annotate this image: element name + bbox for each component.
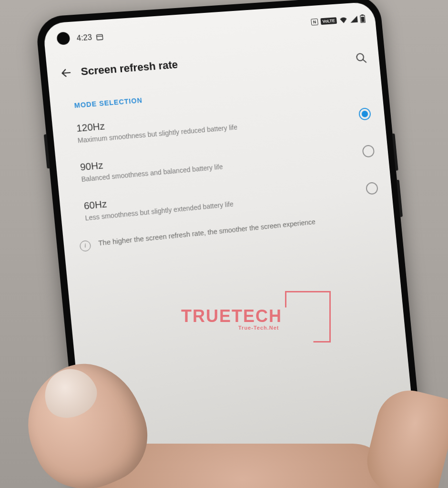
- svg-rect-4: [361, 17, 365, 22]
- status-time: 4:23: [76, 33, 92, 42]
- wifi-icon: [339, 16, 347, 23]
- page-title: Screen refresh rate: [80, 58, 178, 78]
- search-button[interactable]: [355, 52, 367, 64]
- settings-content: MODE SELECTION 120Hz Maximum smoothness …: [50, 78, 394, 253]
- info-icon: i: [80, 240, 92, 252]
- signal-icon: [350, 16, 357, 23]
- svg-line-7: [363, 59, 366, 62]
- info-text: The higher the screen refresh rate, the …: [98, 217, 316, 250]
- back-button[interactable]: [60, 67, 72, 79]
- refresh-rate-option-90hz[interactable]: 90Hz Balanced smoothness and balanced ba…: [80, 136, 375, 184]
- radio-selected-icon[interactable]: [358, 107, 371, 120]
- refresh-rate-option-120hz[interactable]: 120Hz Maximum smoothness but slightly re…: [76, 99, 371, 145]
- svg-line-1: [97, 36, 102, 37]
- radio-unselected-icon[interactable]: [362, 145, 375, 158]
- phone-screen: 4:23 N VoLTE: [42, 1, 420, 488]
- radio-unselected-icon[interactable]: [366, 182, 378, 195]
- svg-rect-0: [97, 34, 103, 40]
- phone-device: 4:23 N VoLTE: [35, 0, 427, 488]
- nfc-icon: N: [311, 19, 318, 26]
- battery-icon: [360, 14, 366, 23]
- volte-icon: VoLTE: [320, 17, 337, 25]
- svg-line-5: [62, 73, 71, 73]
- calendar-icon: [95, 33, 104, 41]
